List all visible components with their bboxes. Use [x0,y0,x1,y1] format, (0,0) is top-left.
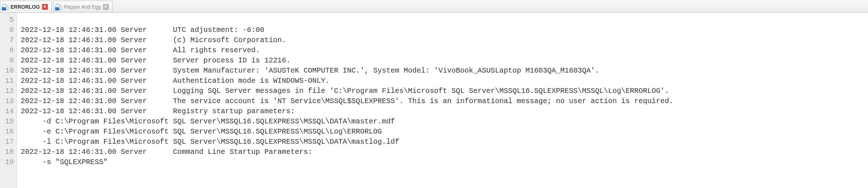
editor-area: 5678910111213141516171819 2022-12-18 12:… [0,13,868,188]
log-line: 2022-12-18 12:46:31.00 Server (c) Micros… [21,35,868,45]
line-number: 17 [5,137,14,147]
tab-label: ERRORLOG [11,4,40,9]
log-line: 2022-12-18 12:46:31.00 Server The servic… [21,96,868,106]
tab-pepper-and-egg[interactable]: Pepper And Egg ✕ [53,1,113,12]
file-disk-icon [3,4,8,10]
close-icon[interactable]: ✕ [103,4,109,10]
close-icon[interactable]: ✕ [42,4,48,10]
line-number: 13 [5,96,14,106]
log-line: 2022-12-18 12:46:31.00 Server Command Li… [21,147,868,157]
line-number: 19 [5,157,14,167]
log-line: 2022-12-18 12:46:31.00 Server Registry s… [21,106,868,117]
log-line [21,15,868,25]
log-line: -l C:\Program Files\Microsoft SQL Server… [21,137,868,147]
log-line: -d C:\Program Files\Microsoft SQL Server… [21,117,868,127]
line-number: 5 [5,15,14,25]
line-number: 18 [5,147,14,157]
line-number: 12 [5,86,14,96]
log-line: 2022-12-18 12:46:31.00 Server Authentica… [21,76,868,86]
log-line: 2022-12-18 12:46:31.00 Server UTC adjust… [21,25,868,35]
log-line: 2022-12-18 12:46:31.00 Server Server pro… [21,56,868,66]
tab-bar: ERRORLOG ✕ Pepper And Egg ✕ [0,0,868,13]
line-number: 9 [5,56,14,66]
log-line: -e C:\Program Files\Microsoft SQL Server… [21,127,868,137]
line-number: 7 [5,35,14,45]
log-line: 2022-12-18 12:46:31.00 Server Logging SQ… [21,86,868,96]
line-number: 16 [5,127,14,137]
line-number: 15 [5,117,14,127]
log-line: 2022-12-18 12:46:31.00 Server System Man… [21,66,868,76]
code-content[interactable]: 2022-12-18 12:46:31.00 Server UTC adjust… [17,13,868,188]
tab-errorlog[interactable]: ERRORLOG ✕ [0,1,52,12]
line-number: 8 [5,45,14,56]
line-number: 14 [5,106,14,117]
log-line: -s "SQLEXPRESS" [21,157,868,167]
tab-label: Pepper And Egg [64,4,101,9]
line-number-gutter: 5678910111213141516171819 [0,13,17,188]
file-disk-icon [56,4,62,10]
log-line: 2022-12-18 12:46:31.00 Server All rights… [21,45,868,56]
line-number: 11 [5,76,14,86]
line-number: 10 [5,66,14,76]
line-number: 6 [5,25,14,35]
